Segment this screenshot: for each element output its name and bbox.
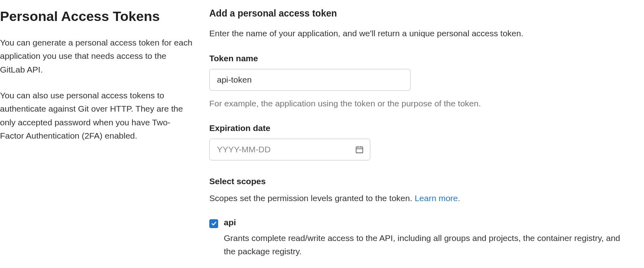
scopes-description: Scopes set the permission levels granted…: [209, 192, 632, 205]
intro-paragraph-2: You can also use personal access tokens …: [0, 89, 193, 143]
learn-more-link[interactable]: Learn more.: [415, 193, 460, 203]
scope-row-api: api Grants complete read/write access to…: [209, 218, 632, 258]
token-name-label: Token name: [209, 54, 632, 63]
scopes-description-text: Scopes set the permission levels granted…: [209, 193, 415, 203]
check-icon: [211, 220, 217, 226]
scope-api-name: api: [224, 218, 632, 227]
form-heading: Add a personal access token: [209, 8, 632, 19]
expiration-date-label: Expiration date: [209, 123, 632, 133]
expiration-date-input[interactable]: [209, 139, 370, 160]
scope-api-help: Grants complete read/write access to the…: [224, 231, 632, 258]
expiration-date-wrap: [209, 139, 370, 160]
left-column: Personal Access Tokens You can generate …: [0, 8, 209, 268]
form-subdescription: Enter the name of your application, and …: [209, 27, 632, 40]
intro-paragraph-1: You can generate a personal access token…: [0, 36, 193, 77]
page-title: Personal Access Tokens: [0, 8, 193, 25]
scope-api-body: api Grants complete read/write access to…: [224, 218, 632, 258]
select-scopes-label: Select scopes: [209, 177, 632, 186]
scope-api-checkbox[interactable]: [209, 219, 218, 228]
token-name-input[interactable]: [209, 69, 411, 91]
token-name-help: For example, the application using the t…: [209, 97, 632, 110]
form-column: Add a personal access token Enter the na…: [209, 8, 644, 268]
